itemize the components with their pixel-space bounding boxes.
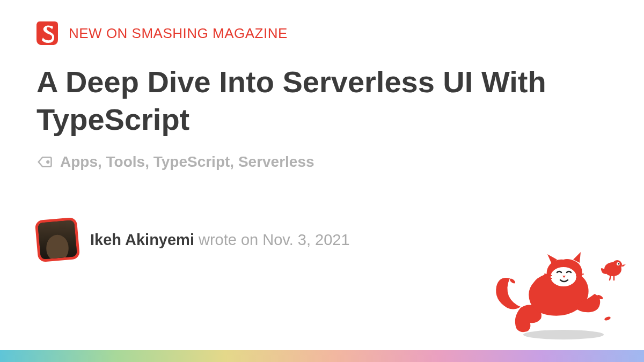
byline: Ikeh Akinyemi wrote on Nov. 3, 2021 xyxy=(90,231,350,249)
svg-point-0 xyxy=(47,161,49,163)
header-label: NEW ON SMASHING MAGAZINE xyxy=(69,25,288,42)
byline-prefix: wrote on xyxy=(194,231,262,248)
svg-point-9 xyxy=(509,278,516,284)
article-title: A Deep Dive Into Serverless UI With Type… xyxy=(36,63,608,138)
svg-point-1 xyxy=(523,330,604,339)
tags-row: Apps, Tools, TypeScript, Serverless xyxy=(36,153,608,171)
article-date: Nov. 3, 2021 xyxy=(262,231,349,248)
svg-point-8 xyxy=(604,316,611,321)
tags-text: Apps, Tools, TypeScript, Serverless xyxy=(60,153,314,171)
rainbow-divider xyxy=(0,350,644,362)
tag-icon xyxy=(36,154,53,170)
smashing-logo-icon xyxy=(36,20,58,46)
author-name: Ikeh Akinyemi xyxy=(90,231,194,248)
author-avatar xyxy=(35,217,80,263)
header-row: NEW ON SMASHING MAGAZINE xyxy=(36,20,608,46)
smashing-cat-mascot-icon xyxy=(483,249,633,343)
svg-point-6 xyxy=(618,263,620,265)
